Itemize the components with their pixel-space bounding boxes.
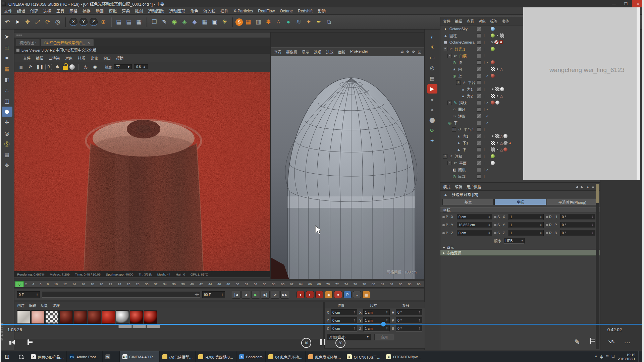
- material-menu-item-纹理[interactable]: 纹理: [52, 303, 60, 308]
- visibility-dots[interactable]: ⋮: [483, 67, 486, 71]
- transport-button-0[interactable]: |◀: [232, 291, 240, 299]
- make-editable-icon[interactable]: ◱: [2, 42, 12, 52]
- am-header-icon-1[interactable]: ▶: [581, 185, 584, 189]
- taskbar-item-04 红色光环动…[interactable]: 04 红色光环动…: [266, 351, 306, 362]
- move-icon[interactable]: ✥: [23, 17, 32, 27]
- spark-icon[interactable]: ✦: [304, 17, 313, 27]
- taskbar-item-(A)已建模型…[interactable]: (A)已建模型…: [160, 351, 196, 362]
- section-quaternion[interactable]: ▸ 四元: [440, 244, 600, 250]
- tag-rball[interactable]: [491, 101, 495, 105]
- snap-icon[interactable]: Ⓢ: [2, 139, 12, 149]
- tag-gball[interactable]: [491, 34, 495, 38]
- material-swatch-4[interactable]: [73, 310, 87, 324]
- tag-camred[interactable]: [499, 40, 503, 44]
- tag-rball[interactable]: [491, 60, 495, 64]
- live-select-icon[interactable]: ➤: [13, 17, 22, 27]
- world-coord-field[interactable]: 0 °⇕: [396, 325, 422, 331]
- expand-toggle[interactable]: +: [456, 80, 461, 85]
- material-menu-item-编辑[interactable]: 编辑: [29, 303, 36, 308]
- tray-icon-0[interactable]: ∧: [595, 354, 597, 359]
- enabled-check[interactable]: ✓: [486, 61, 489, 64]
- section-freeze-transform[interactable]: ▸ 冻结变换: [440, 250, 600, 256]
- tag-dot[interactable]: [495, 94, 499, 98]
- layer-chip[interactable]: [477, 141, 481, 145]
- enabled-check[interactable]: ✓: [486, 74, 489, 78]
- menu-item-捕捉[interactable]: 捕捉: [83, 8, 91, 14]
- viewport-control-icon-1[interactable]: ✥: [406, 50, 409, 54]
- menu-item-渲染[interactable]: 渲染: [122, 8, 130, 14]
- octane-package-icon[interactable]: ▥: [254, 17, 263, 27]
- layer-chip[interactable]: [477, 174, 481, 179]
- octane-gear-icon[interactable]: ✽: [264, 17, 273, 27]
- taskbar-search-icon[interactable]: [14, 351, 28, 362]
- layer-chip[interactable]: [477, 121, 481, 125]
- coord-field-P.Y[interactable]: 16.852 cm⇕: [457, 222, 492, 228]
- am-header-icon-2[interactable]: ▲: [586, 185, 589, 189]
- restart-render-icon[interactable]: ◼: [17, 63, 25, 71]
- tag-chkr[interactable]: [495, 134, 499, 138]
- pen-cursor-icon[interactable]: ➤: [2, 32, 12, 42]
- tag-dot[interactable]: [491, 87, 495, 91]
- viewport-control-icon-2[interactable]: ⟳: [412, 50, 415, 54]
- lv-menu-item-编辑[interactable]: 编辑: [36, 55, 43, 61]
- taskbar-item-H:\00 第四期(0…[interactable]: H:\00 第四期(0…: [196, 351, 236, 362]
- visibility-dots[interactable]: ⋮: [483, 27, 486, 31]
- record-keyframe-button[interactable]: ●: [297, 291, 305, 298]
- layer-chip[interactable]: [477, 94, 481, 98]
- layer-chip[interactable]: [477, 67, 481, 71]
- tag-dot[interactable]: [495, 67, 499, 71]
- coord-field-R.B[interactable]: 0 °⇕: [560, 230, 595, 236]
- record-icon[interactable]: ▶: [427, 84, 437, 94]
- layer-chip[interactable]: [477, 60, 481, 65]
- menu-item-雕刻[interactable]: 雕刻: [135, 8, 143, 14]
- menu-item-文件[interactable]: 文件: [4, 8, 12, 14]
- tag-chkr[interactable]: [491, 94, 495, 98]
- tag-rball[interactable]: [491, 74, 495, 78]
- material-swatch-6[interactable]: [102, 310, 115, 324]
- visibility-dots[interactable]: ⋮: [483, 161, 486, 165]
- layer-chip[interactable]: [477, 127, 481, 132]
- target-icon[interactable]: ◎: [427, 63, 437, 73]
- enabled-check[interactable]: ✓: [486, 168, 489, 172]
- workplane-icon[interactable]: ◧: [2, 74, 12, 84]
- rewind-10-button[interactable]: 10: [301, 338, 311, 348]
- material-menu-item-创建[interactable]: 创建: [17, 303, 24, 308]
- tray-icon-1[interactable]: 中: [600, 354, 603, 359]
- tab-initial[interactable]: 初始视图 :: [16, 39, 40, 46]
- viewport-canvas[interactable]: 网格间距 : 100 cm: [271, 56, 424, 279]
- layer-chip[interactable]: [477, 101, 481, 105]
- am-header-icon-3[interactable]: ≡: [592, 185, 594, 189]
- transport-button-3[interactable]: ▶|: [261, 291, 270, 299]
- tag-tri[interactable]: △: [500, 147, 503, 152]
- material-swatch-7[interactable]: [116, 310, 129, 324]
- expand-toggle[interactable]: −: [447, 54, 452, 58]
- frame-slider[interactable]: ◀▶: [42, 292, 200, 298]
- om-menu-item-查看[interactable]: 查看: [467, 18, 474, 24]
- tag-xmark[interactable]: ✕: [491, 40, 494, 44]
- tag-dot[interactable]: [495, 34, 499, 38]
- light-icon[interactable]: ☀: [220, 17, 229, 27]
- focus-picker-icon[interactable]: ◎: [82, 63, 90, 71]
- pause-icon[interactable]: ❚❚: [36, 63, 44, 71]
- coordinates-section-header[interactable]: 坐标: [440, 207, 600, 213]
- tag-chkball[interactable]: [503, 141, 507, 145]
- world-coord-field[interactable]: 0 cm⇕: [331, 325, 357, 331]
- edges-mode-icon[interactable]: ◫: [2, 96, 12, 106]
- expand-toggle[interactable]: +: [443, 47, 447, 51]
- viewport-menu-item-查看[interactable]: 查看: [274, 49, 281, 55]
- undo-icon[interactable]: ↶: [3, 17, 12, 27]
- close-tab-icon[interactable]: ✕: [88, 41, 90, 45]
- generator-icon[interactable]: ◈: [180, 17, 189, 27]
- octane-dots-icon[interactable]: ∴: [274, 17, 283, 27]
- camera-icon[interactable]: ▣: [210, 17, 219, 27]
- material-swatch-5[interactable]: [88, 310, 101, 324]
- texture-mode-icon[interactable]: ▦: [2, 64, 12, 74]
- visibility-dots[interactable]: ⋮: [483, 94, 486, 98]
- layer-chip[interactable]: [477, 74, 481, 78]
- taskbar-item-icon[interactable]: W: [103, 351, 120, 362]
- tag-hdri[interactable]: [491, 27, 495, 31]
- attribute-tab-坐标[interactable]: 坐标: [494, 199, 546, 205]
- pen2-icon[interactable]: ✒: [314, 17, 323, 27]
- visibility-dots[interactable]: ⋮: [483, 47, 486, 51]
- panel-icon[interactable]: ▤: [427, 74, 437, 83]
